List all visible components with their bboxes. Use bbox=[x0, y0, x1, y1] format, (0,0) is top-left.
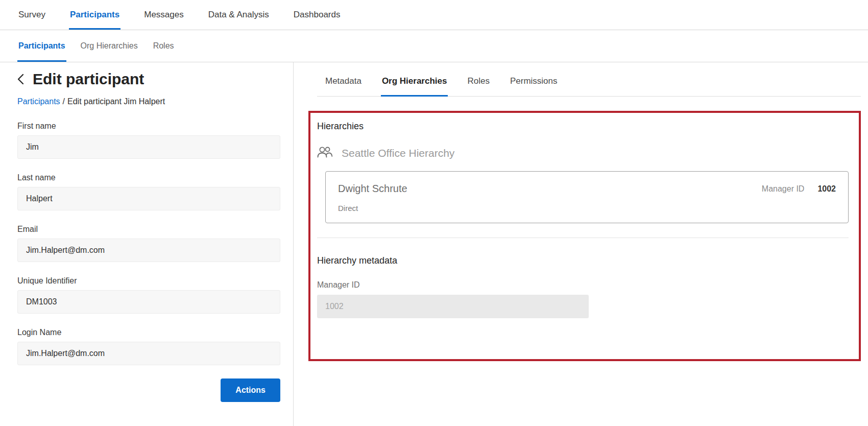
actions-button[interactable]: Actions bbox=[221, 378, 280, 402]
last-name-input[interactable] bbox=[17, 187, 280, 210]
subnav-item-roles[interactable]: Roles bbox=[152, 30, 175, 62]
metadata-manager-id-label: Manager ID bbox=[317, 280, 849, 290]
page-title: Edit participant bbox=[33, 70, 144, 88]
unique-identifier-label: Unique Identifier bbox=[17, 276, 280, 286]
actions-row: Actions bbox=[17, 378, 280, 402]
email-field-group: Email bbox=[17, 225, 280, 262]
chevron-left-icon bbox=[17, 74, 24, 87]
subnav-item-org-hierarchies[interactable]: Org Hierarchies bbox=[80, 30, 139, 62]
unique-identifier-field-group: Unique Identifier bbox=[17, 276, 280, 314]
detail-tabs: Metadata Org Hierarchies Roles Permissio… bbox=[317, 62, 861, 97]
relationship-label: Direct bbox=[338, 204, 836, 212]
first-name-input[interactable] bbox=[17, 135, 280, 159]
back-button[interactable] bbox=[17, 72, 24, 87]
email-input[interactable] bbox=[17, 239, 280, 262]
breadcrumb-separator: / bbox=[63, 97, 65, 106]
section-divider bbox=[317, 238, 849, 238]
nav-item-dashboards[interactable]: Dashboards bbox=[293, 0, 342, 30]
breadcrumb-current: Edit participant Jim Halpert bbox=[67, 97, 165, 106]
hierarchy-metadata-title: Hierarchy metadata bbox=[317, 255, 849, 266]
title-row: Edit participant bbox=[17, 70, 280, 88]
annotation-highlight-box: Hierarchies Seattle Office Hierarchy Dwi… bbox=[308, 111, 861, 361]
email-label: Email bbox=[17, 225, 280, 234]
subnav-item-participants[interactable]: Participants bbox=[17, 30, 66, 62]
manager-card-top: Dwight Schrute Manager ID 1002 bbox=[338, 183, 836, 195]
secondary-nav: Participants Org Hierarchies Roles bbox=[0, 30, 868, 62]
manager-id-label: Manager ID bbox=[762, 184, 805, 194]
breadcrumb: Participants/Edit participant Jim Halper… bbox=[17, 97, 280, 106]
tab-permissions[interactable]: Permissions bbox=[509, 69, 559, 97]
tab-org-hierarchies[interactable]: Org Hierarchies bbox=[381, 69, 448, 97]
nav-item-participants[interactable]: Participants bbox=[69, 0, 120, 30]
login-name-input[interactable] bbox=[17, 342, 280, 365]
first-name-field-group: First name bbox=[17, 122, 280, 159]
primary-nav: Survey Participants Messages Data & Anal… bbox=[0, 0, 868, 30]
participant-detail-panel: Metadata Org Hierarchies Roles Permissio… bbox=[294, 62, 868, 426]
login-name-label: Login Name bbox=[17, 328, 280, 337]
last-name-label: Last name bbox=[17, 173, 280, 182]
people-icon bbox=[317, 146, 332, 160]
manager-id-group: Manager ID 1002 bbox=[762, 184, 836, 194]
metadata-manager-id-input bbox=[317, 295, 589, 318]
tab-metadata[interactable]: Metadata bbox=[324, 69, 363, 97]
hierarchy-row: Seattle Office Hierarchy bbox=[317, 146, 849, 160]
participant-form: First name Last name Email Unique Identi… bbox=[17, 122, 280, 365]
hierarchy-name: Seattle Office Hierarchy bbox=[342, 147, 454, 159]
nav-item-data-analysis[interactable]: Data & Analysis bbox=[207, 0, 270, 30]
edit-participant-panel: Edit participant Participants/Edit parti… bbox=[0, 62, 294, 426]
manager-name: Dwight Schrute bbox=[338, 183, 407, 195]
first-name-label: First name bbox=[17, 122, 280, 131]
login-name-field-group: Login Name bbox=[17, 328, 280, 365]
manager-card[interactable]: Dwight Schrute Manager ID 1002 Direct bbox=[325, 171, 849, 223]
hierarchies-section-title: Hierarchies bbox=[317, 121, 849, 132]
tab-roles[interactable]: Roles bbox=[466, 69, 490, 97]
last-name-field-group: Last name bbox=[17, 173, 280, 210]
unique-identifier-input[interactable] bbox=[17, 290, 280, 314]
breadcrumb-link-participants[interactable]: Participants bbox=[17, 97, 60, 106]
nav-item-survey[interactable]: Survey bbox=[17, 0, 46, 30]
manager-id-value: 1002 bbox=[817, 184, 836, 194]
nav-item-messages[interactable]: Messages bbox=[143, 0, 184, 30]
main-content: Edit participant Participants/Edit parti… bbox=[0, 62, 868, 426]
